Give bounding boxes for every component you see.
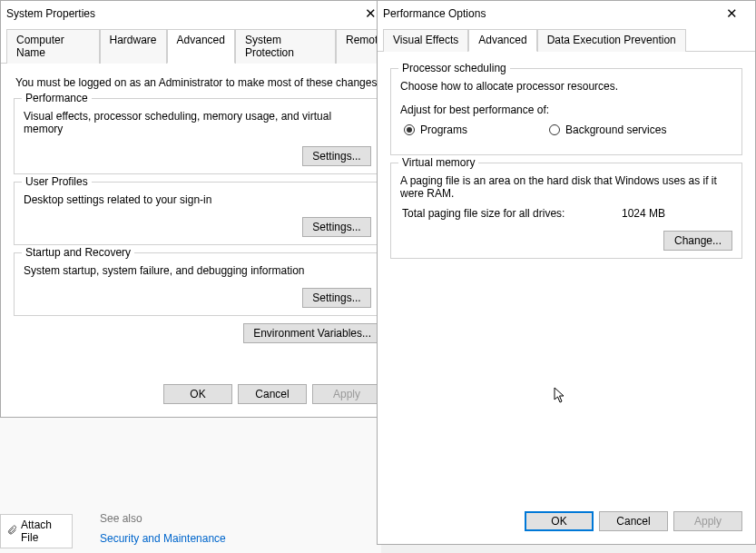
user-profiles-title: User Profiles <box>22 175 92 188</box>
paging-total-label: Total paging file size for all drives: <box>402 207 622 220</box>
attach-file-tab[interactable]: Attach File <box>0 514 73 548</box>
perfopts-titlebar: Performance Options ✕ <box>378 1 755 26</box>
user-profiles-settings-button[interactable]: Settings... <box>302 217 371 237</box>
performance-desc: Visual effects, processor scheduling, me… <box>24 110 371 135</box>
sysprops-title: System Properties <box>6 7 352 20</box>
perfopts-body: Processor scheduling Choose how to alloc… <box>378 52 755 504</box>
change-vm-button[interactable]: Change... <box>663 231 732 251</box>
radio-icon <box>549 124 560 135</box>
paging-size-row: Total paging file size for all drives: 1… <box>402 207 731 220</box>
perfopts-title: Performance Options <box>383 7 713 20</box>
radio-background-services[interactable]: Background services <box>549 123 666 136</box>
paperclip-icon <box>6 525 17 538</box>
sysprops-bottom-buttons: OK Cancel Apply <box>1 377 394 417</box>
sysprops-intro: You must be logged on as an Administrato… <box>15 76 381 89</box>
startup-recovery-title: Startup and Recovery <box>22 246 134 259</box>
performance-group: Performance Visual effects, processor sc… <box>14 98 381 174</box>
sysprops-body: You must be logged on as an Administrato… <box>1 64 394 377</box>
processor-scheduling-group: Processor scheduling Choose how to alloc… <box>390 68 742 155</box>
attach-file-label: Attach File <box>21 518 66 544</box>
tab-system-protection[interactable]: System Protection <box>235 29 336 64</box>
virtual-memory-desc: A paging file is an area on the hard dis… <box>400 174 732 200</box>
performance-title: Performance <box>22 92 92 104</box>
sysprops-titlebar: System Properties ✕ <box>1 1 394 26</box>
radio-programs[interactable]: Programs <box>404 123 467 136</box>
user-profiles-desc: Desktop settings related to your sign-in <box>24 193 371 206</box>
tab-computer-name[interactable]: Computer Name <box>6 29 100 64</box>
processor-scheduling-title: Processor scheduling <box>398 62 510 74</box>
tab-visual-effects[interactable]: Visual Effects <box>383 29 468 52</box>
startup-recovery-group: Startup and Recovery System startup, sys… <box>14 252 381 316</box>
close-icon[interactable]: ✕ <box>713 5 750 22</box>
startup-recovery-desc: System startup, system failure, and debu… <box>24 264 371 277</box>
perfopts-bottom-buttons: OK Cancel Apply <box>378 504 755 544</box>
virtual-memory-group: Virtual memory A paging file is an area … <box>390 163 742 259</box>
startup-recovery-settings-button[interactable]: Settings... <box>302 288 371 308</box>
scheduling-radio-row: Programs Background services <box>404 123 729 136</box>
performance-settings-button[interactable]: Settings... <box>302 146 371 166</box>
tab-hardware[interactable]: Hardware <box>100 29 167 64</box>
tab-advanced[interactable]: Advanced <box>468 29 536 52</box>
radio-services-label: Background services <box>565 123 666 136</box>
sysprops-cancel-button[interactable]: Cancel <box>238 384 307 404</box>
tab-dep[interactable]: Data Execution Prevention <box>537 29 686 52</box>
perfopts-apply-button[interactable]: Apply <box>673 511 742 531</box>
sysprops-apply-button[interactable]: Apply <box>312 384 381 404</box>
perfopts-cancel-button[interactable]: Cancel <box>599 511 668 531</box>
adjust-label: Adjust for best performance of: <box>400 104 732 116</box>
virtual-memory-title: Virtual memory <box>398 156 478 169</box>
tab-advanced[interactable]: Advanced <box>167 29 235 64</box>
user-profiles-group: User Profiles Desktop settings related t… <box>14 182 381 245</box>
system-properties-window: System Properties ✕ Computer Name Hardwa… <box>0 0 395 418</box>
radio-icon <box>404 124 415 135</box>
paging-total-value: 1024 MB <box>622 207 731 220</box>
perfopts-ok-button[interactable]: OK <box>525 511 594 531</box>
perfopts-tabs: Visual Effects Advanced Data Execution P… <box>378 28 755 52</box>
radio-programs-label: Programs <box>420 123 467 136</box>
sysprops-ok-button[interactable]: OK <box>163 384 232 404</box>
performance-options-window: Performance Options ✕ Visual Effects Adv… <box>377 0 756 545</box>
security-maintenance-link[interactable]: Security and Maintenance <box>100 532 363 545</box>
processor-scheduling-desc: Choose how to allocate processor resourc… <box>400 80 732 93</box>
see-also-label: See also <box>100 512 363 525</box>
environment-variables-button[interactable]: Environment Variables... <box>243 323 381 343</box>
sysprops-tabs: Computer Name Hardware Advanced System P… <box>1 28 394 64</box>
